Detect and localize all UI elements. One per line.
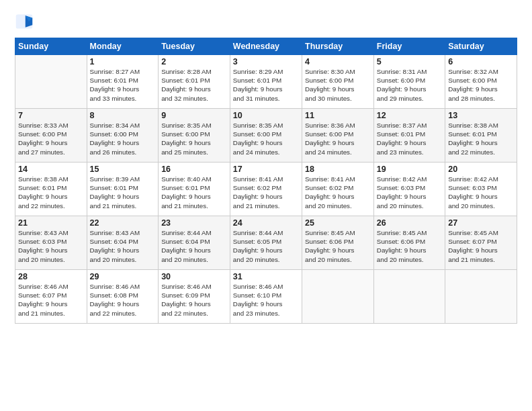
calendar-cell: 23Sunrise: 8:44 AM Sunset: 6:04 PM Dayli… [159, 216, 230, 270]
weekday-header-tuesday: Tuesday [159, 38, 230, 55]
day-number: 7 [18, 111, 84, 120]
calendar-cell: 26Sunrise: 8:45 AM Sunset: 6:06 PM Dayli… [373, 216, 445, 270]
calendar-week-row: 21Sunrise: 8:43 AM Sunset: 6:03 PM Dayli… [15, 216, 517, 270]
calendar-week-row: 1Sunrise: 8:27 AM Sunset: 6:01 PM Daylig… [15, 55, 517, 109]
calendar-cell: 22Sunrise: 8:43 AM Sunset: 6:04 PM Dayli… [87, 216, 159, 270]
day-info: Sunrise: 8:46 AM Sunset: 6:10 PM Dayligh… [233, 282, 299, 318]
calendar: SundayMondayTuesdayWednesdayThursdayFrid… [15, 38, 517, 324]
day-number: 2 [161, 57, 227, 66]
day-info: Sunrise: 8:46 AM Sunset: 6:09 PM Dayligh… [161, 282, 227, 318]
calendar-cell: 30Sunrise: 8:46 AM Sunset: 6:09 PM Dayli… [159, 270, 230, 324]
calendar-cell: 17Sunrise: 8:41 AM Sunset: 6:02 PM Dayli… [230, 163, 302, 216]
weekday-header-friday: Friday [373, 38, 445, 55]
calendar-cell [445, 270, 517, 324]
day-info: Sunrise: 8:45 AM Sunset: 6:06 PM Dayligh… [305, 228, 371, 264]
day-number: 13 [448, 111, 514, 120]
day-number: 27 [448, 218, 514, 228]
weekday-header-saturday: Saturday [445, 38, 517, 55]
logo [15, 12, 35, 31]
day-info: Sunrise: 8:34 AM Sunset: 6:00 PM Dayligh… [90, 121, 156, 156]
day-info: Sunrise: 8:41 AM Sunset: 6:02 PM Dayligh… [305, 175, 371, 210]
calendar-cell: 1Sunrise: 8:27 AM Sunset: 6:01 PM Daylig… [87, 55, 159, 109]
day-number: 28 [18, 272, 84, 281]
calendar-cell: 20Sunrise: 8:42 AM Sunset: 6:03 PM Dayli… [445, 163, 517, 216]
day-info: Sunrise: 8:46 AM Sunset: 6:08 PM Dayligh… [90, 282, 156, 318]
calendar-week-row: 7Sunrise: 8:33 AM Sunset: 6:00 PM Daylig… [15, 109, 517, 163]
day-number: 1 [90, 57, 156, 66]
day-number: 22 [90, 218, 156, 228]
calendar-cell: 24Sunrise: 8:44 AM Sunset: 6:05 PM Dayli… [230, 216, 302, 270]
day-number: 16 [161, 165, 227, 174]
day-number: 17 [233, 165, 299, 174]
calendar-cell: 28Sunrise: 8:46 AM Sunset: 6:07 PM Dayli… [15, 270, 87, 324]
weekday-header-row: SundayMondayTuesdayWednesdayThursdayFrid… [15, 38, 517, 55]
calendar-cell: 15Sunrise: 8:39 AM Sunset: 6:01 PM Dayli… [87, 163, 159, 216]
day-number: 26 [377, 218, 442, 228]
day-number: 19 [377, 165, 442, 174]
calendar-cell: 25Sunrise: 8:45 AM Sunset: 6:06 PM Dayli… [302, 216, 374, 270]
day-info: Sunrise: 8:36 AM Sunset: 6:00 PM Dayligh… [305, 121, 371, 156]
calendar-cell: 7Sunrise: 8:33 AM Sunset: 6:00 PM Daylig… [15, 109, 87, 163]
calendar-cell: 4Sunrise: 8:30 AM Sunset: 6:00 PM Daylig… [302, 55, 374, 109]
day-number: 15 [90, 165, 156, 174]
day-number: 25 [305, 218, 371, 228]
day-info: Sunrise: 8:45 AM Sunset: 6:06 PM Dayligh… [377, 228, 442, 264]
calendar-cell: 6Sunrise: 8:32 AM Sunset: 6:00 PM Daylig… [445, 55, 517, 109]
calendar-cell: 9Sunrise: 8:35 AM Sunset: 6:00 PM Daylig… [159, 109, 230, 163]
day-number: 23 [161, 218, 227, 228]
day-number: 24 [233, 218, 299, 228]
day-info: Sunrise: 8:27 AM Sunset: 6:01 PM Dayligh… [90, 67, 156, 103]
calendar-cell: 14Sunrise: 8:38 AM Sunset: 6:01 PM Dayli… [15, 163, 87, 216]
calendar-cell: 31Sunrise: 8:46 AM Sunset: 6:10 PM Dayli… [230, 270, 302, 324]
calendar-cell: 29Sunrise: 8:46 AM Sunset: 6:08 PM Dayli… [87, 270, 159, 324]
calendar-cell: 21Sunrise: 8:43 AM Sunset: 6:03 PM Dayli… [15, 216, 87, 270]
weekday-header-monday: Monday [87, 38, 159, 55]
day-info: Sunrise: 8:42 AM Sunset: 6:03 PM Dayligh… [448, 175, 514, 210]
day-number: 31 [233, 272, 299, 281]
calendar-week-row: 28Sunrise: 8:46 AM Sunset: 6:07 PM Dayli… [15, 270, 517, 324]
day-number: 10 [233, 111, 299, 120]
day-info: Sunrise: 8:30 AM Sunset: 6:00 PM Dayligh… [305, 67, 371, 103]
day-number: 3 [233, 57, 299, 66]
day-number: 29 [90, 272, 156, 281]
calendar-cell: 16Sunrise: 8:40 AM Sunset: 6:01 PM Dayli… [159, 163, 230, 216]
day-number: 5 [377, 57, 442, 66]
day-info: Sunrise: 8:35 AM Sunset: 6:00 PM Dayligh… [161, 121, 227, 156]
day-number: 12 [377, 111, 442, 120]
day-info: Sunrise: 8:38 AM Sunset: 6:01 PM Dayligh… [448, 121, 514, 156]
calendar-cell: 27Sunrise: 8:45 AM Sunset: 6:07 PM Dayli… [445, 216, 517, 270]
page: SundayMondayTuesdayWednesdayThursdayFrid… [0, 0, 532, 411]
day-info: Sunrise: 8:41 AM Sunset: 6:02 PM Dayligh… [233, 175, 299, 210]
day-info: Sunrise: 8:43 AM Sunset: 6:04 PM Dayligh… [90, 228, 156, 264]
calendar-cell [302, 270, 374, 324]
calendar-cell: 12Sunrise: 8:37 AM Sunset: 6:01 PM Dayli… [373, 109, 445, 163]
day-info: Sunrise: 8:40 AM Sunset: 6:01 PM Dayligh… [161, 175, 227, 210]
weekday-header-thursday: Thursday [302, 38, 374, 55]
calendar-cell [373, 270, 445, 324]
day-number: 21 [18, 218, 84, 228]
day-number: 18 [305, 165, 371, 174]
calendar-cell: 5Sunrise: 8:31 AM Sunset: 6:00 PM Daylig… [373, 55, 445, 109]
day-info: Sunrise: 8:32 AM Sunset: 6:00 PM Dayligh… [448, 67, 514, 103]
day-info: Sunrise: 8:46 AM Sunset: 6:07 PM Dayligh… [18, 282, 84, 318]
day-number: 9 [161, 111, 227, 120]
day-info: Sunrise: 8:44 AM Sunset: 6:05 PM Dayligh… [233, 228, 299, 264]
calendar-cell: 13Sunrise: 8:38 AM Sunset: 6:01 PM Dayli… [445, 109, 517, 163]
calendar-cell: 2Sunrise: 8:28 AM Sunset: 6:01 PM Daylig… [159, 55, 230, 109]
day-info: Sunrise: 8:39 AM Sunset: 6:01 PM Dayligh… [90, 175, 156, 210]
calendar-week-row: 14Sunrise: 8:38 AM Sunset: 6:01 PM Dayli… [15, 163, 517, 216]
calendar-cell: 10Sunrise: 8:35 AM Sunset: 6:00 PM Dayli… [230, 109, 302, 163]
day-info: Sunrise: 8:33 AM Sunset: 6:00 PM Dayligh… [18, 121, 84, 156]
calendar-cell: 18Sunrise: 8:41 AM Sunset: 6:02 PM Dayli… [302, 163, 374, 216]
day-number: 11 [305, 111, 371, 120]
day-number: 4 [305, 57, 371, 66]
calendar-cell: 19Sunrise: 8:42 AM Sunset: 6:03 PM Dayli… [373, 163, 445, 216]
calendar-cell: 3Sunrise: 8:29 AM Sunset: 6:01 PM Daylig… [230, 55, 302, 109]
calendar-cell [15, 55, 87, 109]
day-info: Sunrise: 8:29 AM Sunset: 6:01 PM Dayligh… [233, 67, 299, 103]
logo-icon [15, 12, 34, 31]
day-info: Sunrise: 8:44 AM Sunset: 6:04 PM Dayligh… [161, 228, 227, 264]
day-info: Sunrise: 8:43 AM Sunset: 6:03 PM Dayligh… [18, 228, 84, 264]
day-info: Sunrise: 8:38 AM Sunset: 6:01 PM Dayligh… [18, 175, 84, 210]
day-number: 8 [90, 111, 156, 120]
